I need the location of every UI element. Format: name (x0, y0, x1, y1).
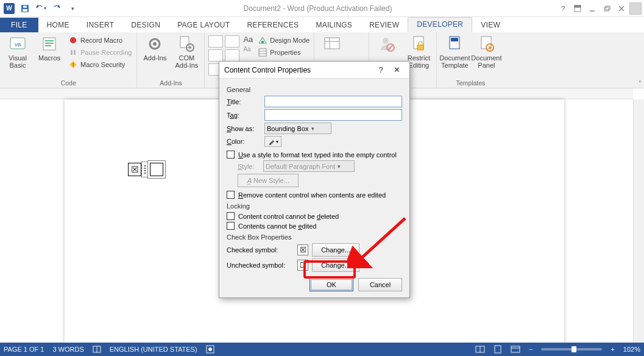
visual-basic-button[interactable]: VB Visual Basic (4, 34, 32, 69)
ok-button[interactable]: OK (310, 278, 353, 291)
svg-rect-4 (575, 5, 581, 7)
change-unchecked-symbol-button[interactable]: Change... (312, 258, 359, 272)
group-code-label: Code (4, 79, 133, 88)
group-addins: Add-Ins COM Add-Ins Add-Ins (137, 32, 205, 88)
dialog-help-button[interactable]: ? (373, 65, 389, 74)
svg-rect-13 (45, 40, 54, 41)
addins-button[interactable]: Add-Ins (141, 34, 169, 62)
lock-delete-label: Content control cannot be deleted (238, 213, 339, 220)
help-button[interactable]: ? (556, 2, 570, 15)
vertical-scrollbar[interactable] (633, 99, 644, 343)
tab-insert[interactable]: INSERT (78, 18, 123, 32)
zoom-slider[interactable] (541, 348, 602, 351)
record-macro-label: Record Macro (80, 37, 122, 44)
svg-rect-38 (417, 45, 423, 50)
group-addins-label: Add-Ins (141, 79, 200, 88)
pause-recording-button[interactable]: Pause Recording (67, 47, 133, 58)
tab-mailings[interactable]: MAILINGS (307, 18, 361, 32)
xml-mapping-button[interactable] (318, 34, 346, 53)
tag-input[interactable] (264, 109, 402, 121)
show-as-value: Bounding Box (267, 125, 309, 132)
style-label: Style: (238, 163, 260, 170)
view-read-mode[interactable] (475, 345, 485, 354)
zoom-level[interactable]: 102% (623, 346, 640, 353)
change-checked-symbol-button[interactable]: Change... (312, 243, 359, 257)
macro-indicator[interactable] (206, 345, 214, 354)
tab-view[interactable]: VIEW (472, 18, 509, 32)
section-locking: Locking (227, 202, 402, 210)
minimize-button[interactable] (586, 2, 599, 15)
view-web-layout[interactable] (511, 345, 520, 354)
tab-design[interactable]: DESIGN (122, 18, 169, 32)
xml-icon (323, 35, 341, 53)
checkbox-checked[interactable]: ☒ (128, 163, 141, 176)
macros-button[interactable]: Macros (35, 34, 63, 62)
zoom-in-button[interactable]: + (610, 346, 614, 353)
use-style-checkbox[interactable] (227, 151, 235, 158)
group-templates: Document Template Document Panel Templat… (437, 32, 504, 88)
doc-panel-icon (477, 35, 495, 53)
zoom-out-button[interactable]: − (529, 346, 533, 353)
quick-access-toolbar: W ▾ ▾ (0, 2, 79, 15)
svg-rect-31 (325, 38, 339, 49)
document-template-button[interactable]: Document Template (441, 34, 469, 69)
spellcheck-button[interactable] (93, 345, 101, 354)
save-button[interactable] (18, 2, 32, 15)
account-avatar[interactable] (629, 2, 642, 15)
close-button[interactable] (615, 2, 628, 15)
app-icon[interactable]: W (2, 2, 16, 15)
checkbox-unchecked[interactable] (150, 163, 163, 176)
page-indicator[interactable]: PAGE 1 OF 1 (4, 346, 44, 353)
redo-icon (52, 4, 61, 13)
design-mode-label: Design Mode (270, 37, 310, 44)
tab-file[interactable]: FILE (0, 18, 38, 32)
style-value: Default Paragraph Font (266, 163, 335, 170)
dialog-titlebar[interactable]: Content Control Properties ? ✕ (219, 62, 409, 79)
cancel-button[interactable]: Cancel (358, 278, 402, 291)
show-as-combo[interactable]: Bounding Box ▾ (264, 123, 331, 134)
remove-cc-checkbox[interactable] (227, 191, 235, 199)
svg-rect-40 (451, 38, 458, 41)
properties-button[interactable]: Properties (257, 47, 311, 58)
checkbox-selected-wrapper (147, 160, 166, 179)
macro-rec-icon (206, 345, 214, 354)
lock-edit-checkbox[interactable] (227, 222, 235, 230)
design-mode-button[interactable]: Design Mode (257, 35, 311, 46)
chevron-down-icon: ▾ (276, 139, 278, 144)
tab-page-layout[interactable]: PAGE LAYOUT (169, 18, 238, 32)
document-panel-button[interactable]: Document Panel (472, 34, 500, 69)
dialog-close-button[interactable]: ✕ (389, 65, 405, 74)
ribbon-display-options[interactable] (571, 2, 584, 15)
qat-customize[interactable]: ▾ (66, 2, 79, 15)
tab-references[interactable]: REFERENCES (238, 18, 307, 32)
doc-template-icon (445, 35, 464, 53)
tab-developer[interactable]: DEVELOPER (408, 17, 472, 32)
undo-icon (35, 4, 44, 13)
tab-review[interactable]: REVIEW (361, 18, 408, 32)
language-indicator[interactable]: ENGLISH (UNITED STATES) (110, 346, 197, 353)
content-control-handle[interactable] (141, 162, 147, 177)
com-addins-button[interactable]: COM Add-Ins (172, 34, 200, 69)
svg-rect-1 (23, 9, 27, 12)
undo-button[interactable]: ▾ (34, 2, 48, 15)
redo-button[interactable] (50, 2, 63, 15)
color-picker[interactable]: ▾ (264, 136, 281, 147)
collapse-ribbon-button[interactable]: ˄ (639, 80, 642, 87)
maximize-button[interactable] (600, 2, 614, 15)
lock-doc-icon (409, 35, 428, 53)
design-mode-icon (258, 35, 267, 45)
book-icon (93, 345, 101, 354)
style-combo: Default Paragraph Font ▾ (263, 160, 355, 172)
macro-security-button[interactable]: ! Macro Security (67, 59, 133, 70)
block-authors-button[interactable] (373, 34, 401, 53)
word-count[interactable]: 3 WORDS (52, 346, 83, 353)
group-code: VB Visual Basic Macros Record Macro Paus… (0, 32, 137, 88)
new-style-label: New Style... (253, 177, 289, 184)
svg-text:VB: VB (15, 42, 21, 48)
chevron-down-icon: ▾ (311, 126, 314, 132)
lock-delete-checkbox[interactable] (227, 212, 235, 220)
tab-home[interactable]: HOME (38, 18, 78, 32)
title-input[interactable] (264, 96, 402, 107)
record-macro-button[interactable]: Record Macro (67, 35, 133, 46)
view-print-layout[interactable] (494, 345, 502, 354)
